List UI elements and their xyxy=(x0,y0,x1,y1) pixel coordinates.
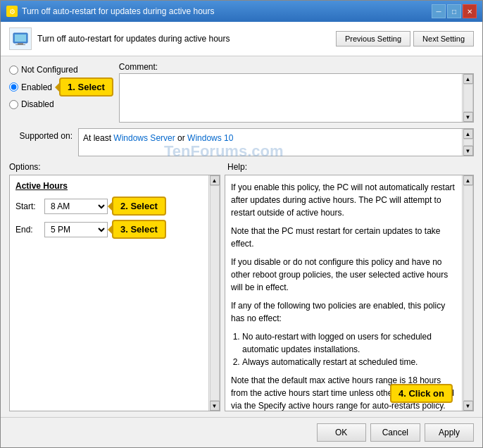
end-row: End: 5 PM 6 PM 7 PM 3. Select xyxy=(15,220,203,239)
help-panel: If you enable this policy, the PC will n… xyxy=(225,175,462,411)
supported-panel: At least Windows Server or Windows 10 ▲ … xyxy=(78,128,474,156)
help-label: Help: xyxy=(227,162,247,172)
minimize-button[interactable]: ─ xyxy=(432,4,446,18)
options-scrollbar: ▲ ▼ xyxy=(208,175,220,411)
close-button[interactable]: ✕ xyxy=(463,4,477,18)
scroll-track xyxy=(463,84,473,112)
header-icon xyxy=(9,27,32,50)
callout-1: 1. Select xyxy=(59,77,113,97)
apply-button[interactable]: Apply xyxy=(425,423,474,442)
enabled-option[interactable]: Enabled xyxy=(9,82,52,92)
header-left: Turn off auto-restart for updates during… xyxy=(9,27,230,50)
comment-label: Comment: xyxy=(119,62,474,72)
window-title: Turn off auto-restart for updates during… xyxy=(22,6,214,16)
title-bar-left: ⚙ Turn off auto-restart for updates duri… xyxy=(6,6,214,17)
start-label: Start: xyxy=(15,201,40,211)
help-para-2: Note that the PC must restart for certai… xyxy=(231,225,456,250)
supported-scrollbar: ▲ ▼ xyxy=(462,129,473,156)
main-window: ⚙ Turn off auto-restart for updates duri… xyxy=(0,0,483,448)
options-scroll-down[interactable]: ▼ xyxy=(210,401,220,411)
supported-scroll-track xyxy=(463,139,473,146)
ok-button[interactable]: OK xyxy=(317,423,366,442)
enabled-radio[interactable] xyxy=(9,82,18,92)
windows10-link[interactable]: Windows 10 xyxy=(187,133,233,143)
help-para-3: If you disable or do not configure this … xyxy=(231,256,456,294)
help-scroll-down[interactable]: ▼ xyxy=(463,401,473,411)
help-scroll-up[interactable]: ▲ xyxy=(463,175,473,185)
options-scroll-track xyxy=(210,185,220,401)
svg-rect-1 xyxy=(15,35,26,42)
header-bar: Turn off auto-restart for updates during… xyxy=(1,22,482,56)
callout-2: 2. Select xyxy=(112,197,166,216)
supported-content: At least Windows Server or Windows 10 xyxy=(79,129,462,156)
svg-rect-3 xyxy=(15,44,25,45)
options-label: Options: xyxy=(9,162,227,172)
help-list-item-1: No auto-restart with logged on users for… xyxy=(242,330,456,356)
options-panel: Active Hours Start: 8 AM 9 AM 10 AM 2. S… xyxy=(10,175,208,411)
disabled-label: Disabled xyxy=(21,99,54,109)
scroll-down-arrow[interactable]: ▼ xyxy=(463,112,473,122)
supported-section: Supported on: At least Windows Server or… xyxy=(9,128,474,156)
disabled-option[interactable]: Disabled xyxy=(9,99,113,109)
enabled-row: Enabled 1. Select xyxy=(9,77,113,97)
callout-1-wrapper: 1. Select xyxy=(59,77,113,97)
supported-text: At least Windows Server or Windows 10 xyxy=(83,133,233,143)
disabled-radio[interactable] xyxy=(9,100,18,109)
panel-labels: Options: Help: xyxy=(9,162,474,172)
top-section: Not Configured Enabled 1. Select Disable… xyxy=(9,62,474,123)
supported-scroll-up[interactable]: ▲ xyxy=(463,129,473,139)
options-scroll-up[interactable]: ▲ xyxy=(210,175,220,185)
help-para-4: If any of the following two policies are… xyxy=(231,299,456,325)
title-bar: ⚙ Turn off auto-restart for updates duri… xyxy=(1,1,482,22)
help-panel-container: If you enable this policy, the PC will n… xyxy=(225,175,474,411)
options-panel-container: Active Hours Start: 8 AM 9 AM 10 AM 2. S… xyxy=(9,175,220,411)
header-buttons: Previous Setting Next Setting xyxy=(336,31,474,46)
window-icon: ⚙ xyxy=(6,6,18,17)
cancel-button[interactable]: Cancel xyxy=(370,423,420,442)
windows-server-link[interactable]: Windows Server xyxy=(113,133,175,143)
radio-group: Not Configured Enabled 1. Select Disable… xyxy=(9,62,113,123)
callout-2-wrapper: 2. Select xyxy=(112,197,166,216)
content-area: Not Configured Enabled 1. Select Disable… xyxy=(1,56,482,417)
help-para-1: If you enable this policy, the PC will n… xyxy=(231,181,456,219)
svg-rect-2 xyxy=(18,43,23,44)
main-panels: Active Hours Start: 8 AM 9 AM 10 AM 2. S… xyxy=(9,175,474,411)
help-list-item-2: Always automatically restart at schedule… xyxy=(242,356,456,368)
not-configured-option[interactable]: Not Configured xyxy=(9,65,113,75)
callout-3-wrapper: 3. Select xyxy=(112,220,166,239)
header-title: Turn off auto-restart for updates during… xyxy=(37,34,230,44)
start-row: Start: 8 AM 9 AM 10 AM 2. Select xyxy=(15,197,203,216)
comment-panel: ▲ ▼ xyxy=(119,73,474,123)
comment-section: Comment: ▲ ▼ xyxy=(119,62,474,123)
active-hours-title: Active Hours xyxy=(15,181,203,191)
help-scroll-track xyxy=(463,185,473,401)
scroll-up-arrow[interactable]: ▲ xyxy=(463,74,473,84)
end-label: End: xyxy=(15,225,40,235)
maximize-button[interactable]: □ xyxy=(447,4,461,18)
callout-3: 3. Select xyxy=(112,220,166,239)
comment-scrollbar: ▲ ▼ xyxy=(462,74,473,122)
help-list: No auto-restart with logged on users for… xyxy=(242,330,456,368)
title-controls: ─ □ ✕ xyxy=(432,4,477,18)
prev-setting-button[interactable]: Previous Setting xyxy=(336,31,410,46)
start-time-select[interactable]: 8 AM 9 AM 10 AM xyxy=(44,199,108,214)
supported-scroll-down[interactable]: ▼ xyxy=(463,146,473,156)
comment-textarea[interactable] xyxy=(120,74,462,123)
help-scrollbar: ▲ ▼ xyxy=(462,175,473,411)
not-configured-radio[interactable] xyxy=(9,66,18,75)
footer: OK Cancel Apply xyxy=(1,417,482,447)
end-time-select[interactable]: 5 PM 6 PM 7 PM xyxy=(44,222,108,237)
not-configured-label: Not Configured xyxy=(21,65,78,75)
next-setting-button[interactable]: Next Setting xyxy=(413,31,474,46)
callout-4: 4. Click on xyxy=(390,384,453,403)
enabled-label: Enabled xyxy=(21,82,52,92)
supported-label: Supported on: xyxy=(9,128,73,141)
